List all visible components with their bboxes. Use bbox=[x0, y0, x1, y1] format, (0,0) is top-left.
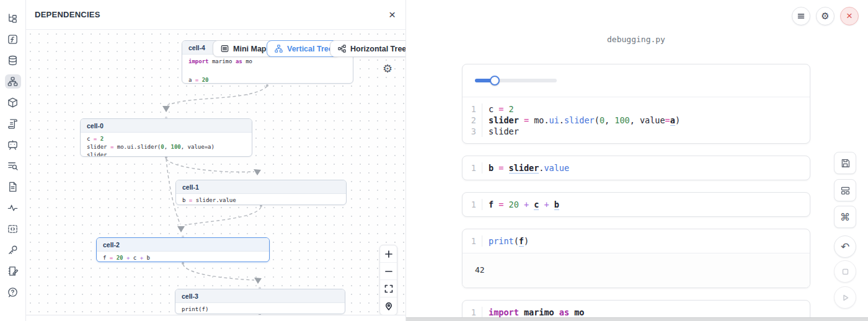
search-list-icon[interactable] bbox=[5, 159, 21, 173]
play-icon bbox=[841, 293, 850, 302]
save-icon bbox=[840, 158, 851, 169]
vertical-tree-label: Vertical Tree bbox=[287, 45, 333, 53]
node-title: cell-0 bbox=[81, 119, 252, 133]
script-icon[interactable] bbox=[5, 117, 21, 131]
access-key-icon[interactable] bbox=[5, 243, 21, 257]
graph-settings-gear-icon[interactable]: ⚙ bbox=[381, 62, 394, 76]
slider-thumb[interactable] bbox=[490, 76, 500, 86]
graph-node-cell-3[interactable]: cell-3 print(f) bbox=[175, 289, 345, 314]
zoom-out-button[interactable] bbox=[380, 263, 397, 280]
node-code: f = 20 + c + b bbox=[97, 252, 269, 262]
stop-icon bbox=[841, 267, 850, 276]
slider-widget[interactable] bbox=[475, 76, 557, 86]
undo-button[interactable]: ↶ bbox=[834, 235, 856, 258]
locate-node-button[interactable] bbox=[380, 297, 397, 315]
notebook-cells: 1c = 22slider = mo.ui.slider(0, 100, val… bbox=[462, 64, 810, 321]
layout-icon bbox=[840, 185, 851, 196]
vertical-tree-icon bbox=[274, 44, 283, 53]
notebook-cell-print: 1print(f) 42 bbox=[462, 229, 810, 288]
graph-zoom-controls bbox=[379, 245, 397, 315]
panel-title: DEPENDENCIES bbox=[35, 10, 100, 19]
graph-node-cell-0[interactable]: cell-0 c = 2slider = mo.ui.slider(0, 100… bbox=[80, 118, 252, 157]
save-button[interactable] bbox=[834, 152, 856, 174]
chat-bot-icon[interactable] bbox=[5, 138, 21, 152]
node-code: c = 2slider = mo.ui.slider(0, 100, value… bbox=[81, 133, 252, 157]
cell-output bbox=[463, 64, 810, 97]
horizontal-tree-icon bbox=[337, 44, 347, 53]
package-icon[interactable] bbox=[5, 95, 21, 110]
gear-icon: ⚙ bbox=[821, 11, 829, 22]
line-number: 1 bbox=[463, 162, 482, 174]
command-icon: ⌘ bbox=[840, 211, 850, 223]
fit-view-button[interactable] bbox=[380, 280, 397, 297]
line-number: 1 bbox=[463, 307, 482, 318]
graph-node-cell-1[interactable]: cell-1 b = slider.value bbox=[175, 180, 347, 205]
dependencies-header: DEPENDENCIES × bbox=[26, 0, 405, 30]
cell-output: 42 bbox=[463, 253, 810, 288]
horizontal-tree-button[interactable]: Horizontal Tree bbox=[330, 40, 405, 57]
node-title: cell-3 bbox=[175, 289, 345, 303]
hamburger-icon bbox=[797, 12, 805, 20]
line-number: 1 bbox=[463, 103, 482, 115]
notebook-cell-b: 1b = slider.value bbox=[462, 156, 810, 180]
help-icon[interactable] bbox=[5, 285, 21, 299]
line-number: 1 bbox=[463, 199, 482, 210]
notebook-filename: debugging.py bbox=[462, 35, 810, 44]
activity-icon[interactable] bbox=[5, 201, 21, 215]
left-icon-rail bbox=[0, 0, 26, 321]
vertical-tree-button[interactable]: Vertical Tree bbox=[267, 40, 340, 57]
menu-button[interactable] bbox=[792, 7, 810, 25]
notebook-area: ⚙ × debugging.py 1c = 22slider = mo.ui.s… bbox=[406, 0, 868, 321]
close-panel-icon[interactable]: × bbox=[389, 9, 396, 20]
zoom-in-button[interactable] bbox=[380, 245, 397, 263]
notebook-settings-button[interactable]: ⚙ bbox=[816, 7, 835, 25]
layout-toggle-button[interactable] bbox=[834, 179, 856, 201]
node-title: cell-1 bbox=[176, 180, 346, 194]
node-code: import marimo as mo a = 20 bbox=[182, 55, 353, 84]
keyboard-shortcuts-button[interactable]: ⌘ bbox=[834, 206, 856, 228]
horizontal-tree-label: Horizontal Tree bbox=[350, 45, 405, 53]
close-icon: × bbox=[846, 10, 852, 22]
bottom-scrollbar[interactable] bbox=[406, 317, 868, 321]
mini-map-button[interactable]: Mini Map bbox=[213, 40, 273, 57]
dependency-graph-icon[interactable] bbox=[5, 74, 21, 89]
marimo-app: DEPENDENCIES × bbox=[0, 0, 868, 321]
shutdown-button[interactable]: × bbox=[840, 7, 859, 25]
run-button[interactable] bbox=[834, 286, 856, 309]
code-editor[interactable]: 1f = 20 + c + b bbox=[463, 193, 810, 216]
mini-map-label: Mini Map bbox=[233, 45, 266, 53]
code-editor[interactable]: 1print(f) bbox=[463, 229, 810, 253]
undo-icon: ↶ bbox=[841, 240, 849, 253]
graph-node-cell-2[interactable]: cell-2 f = 20 + c + b bbox=[96, 237, 270, 262]
code-editor[interactable]: 1c = 22slider = mo.ui.slider(0, 100, val… bbox=[463, 97, 810, 143]
dependency-graph-canvas[interactable]: cell-4 import marimo as mo a = 20 cell-0… bbox=[26, 30, 405, 315]
line-number: 1 bbox=[463, 235, 482, 247]
node-title: cell-2 bbox=[97, 238, 269, 252]
mini-map-icon bbox=[220, 44, 229, 53]
database-icon[interactable] bbox=[5, 53, 21, 68]
stop-button[interactable] bbox=[834, 260, 856, 283]
file-tree-icon[interactable] bbox=[5, 11, 21, 25]
code-block-icon[interactable] bbox=[5, 222, 21, 236]
notebook-cell-slider: 1c = 22slider = mo.ui.slider(0, 100, val… bbox=[462, 64, 810, 144]
line-number: 3 bbox=[463, 126, 482, 137]
node-code: b = slider.value bbox=[176, 194, 346, 205]
code-editor[interactable]: 1b = slider.value bbox=[463, 156, 810, 180]
node-code: print(f) bbox=[175, 303, 345, 314]
dependencies-panel: DEPENDENCIES × bbox=[26, 0, 406, 321]
function-icon[interactable] bbox=[5, 32, 21, 46]
notebook-cell-f: 1f = 20 + c + b bbox=[462, 192, 810, 217]
notebook-edit-icon[interactable] bbox=[5, 264, 21, 278]
line-number: 2 bbox=[463, 115, 482, 126]
document-icon[interactable] bbox=[5, 180, 21, 194]
